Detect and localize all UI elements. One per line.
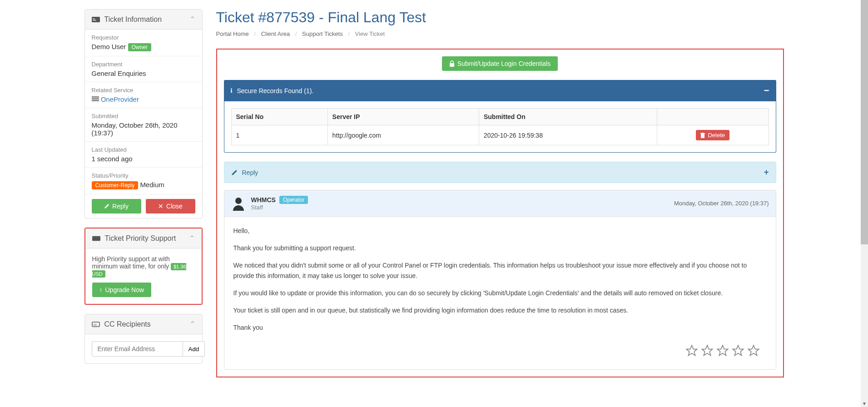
info-icon: i [231,87,233,94]
related-service-link[interactable]: OneProvider [101,95,139,103]
ticket-info-header[interactable]: Ticket Information ⌃ [85,10,202,30]
message-p2: Thank you for submitting a support reque… [233,243,767,254]
status-label: Status/Priority [92,172,195,179]
breadcrumb-current: View Ticket [355,30,385,37]
cc-title: CC Recipients [104,320,151,328]
rating-stars [233,340,767,361]
message: WHMCS Operator Staff Monday, October 26t… [224,190,776,370]
trash-icon [700,133,705,138]
message-date: Monday, October 26th, 2020 (19:37) [674,200,769,207]
message-p5: Your ticket is still open and in our que… [233,305,767,316]
priority-support-title: Ticket Priority Support [105,234,176,243]
svg-rect-12 [702,133,704,133]
breadcrumb: Portal Home / Client Area / Support Tick… [216,30,784,42]
pencil-icon [104,204,109,209]
breadcrumb-client[interactable]: Client Area [261,30,290,37]
priority-support-header[interactable]: Ticket Priority Support ⌃ [85,228,202,248]
related-label: Related Service [92,87,195,94]
owner-badge: Owner [128,43,151,51]
lock-icon [449,60,455,67]
secure-records-table: Serial No Server IP Submitted On 1 http:… [231,108,769,145]
reply-panel-header[interactable]: Reply + [224,162,776,183]
cc-recipients-panel: cc CC Recipients ⌃ Add [84,314,203,364]
submitted-label: Submitted [92,113,195,119]
col-serial: Serial No [231,109,327,125]
close-button[interactable]: ✕ Close [146,199,195,213]
svg-rect-3 [92,96,99,98]
secure-records-title: Secure Records Found (1). [237,87,313,94]
col-ip: Server IP [327,109,479,125]
message-author: WHMCS [251,196,276,204]
minus-icon[interactable]: − [764,85,769,96]
requestor-value: Demo User [92,43,126,50]
star-icon[interactable] [701,344,714,357]
cell-submitted: 2020-10-26 19:59:38 [479,125,657,145]
ticket-icon [92,235,100,242]
message-p3: We noticed that you didn't submit some o… [233,260,767,282]
priority-support-panel: Ticket Priority Support ⌃ High Priority … [84,228,203,305]
message-p6: Thank you [233,323,767,333]
department-value: General Enquiries [92,69,195,77]
x-icon: ✕ [158,203,164,210]
star-icon[interactable] [747,344,760,357]
svg-rect-9 [450,63,454,67]
ticket-info-panel: Ticket Information ⌃ Requestor Demo User… [84,9,203,218]
cc-add-button[interactable]: Add [183,341,205,357]
star-icon[interactable] [716,344,729,357]
chevron-up-icon: ⌃ [189,15,195,24]
submit-credentials-button[interactable]: Submit/Update Login Credentials [442,56,558,71]
cc-header[interactable]: cc CC Recipients ⌃ [85,314,202,334]
ticket-info-title: Ticket Information [104,15,162,24]
ticket-icon [92,16,100,23]
svg-rect-5 [92,100,99,101]
plus-icon[interactable]: + [764,168,769,177]
server-icon [92,96,99,102]
svg-rect-11 [700,133,705,134]
scrollbar[interactable]: ▼ [861,0,868,387]
main-content-box: Submit/Update Login Credentials i Secure… [216,49,784,377]
col-submitted: Submitted On [479,109,657,125]
chevron-up-icon: ⌃ [189,234,195,243]
svg-point-13 [235,198,242,204]
arrow-up-icon: ↑ [99,286,103,293]
svg-text:cc: cc [94,323,97,326]
delete-button[interactable]: Delete [696,130,729,140]
svg-rect-2 [93,20,96,20]
updated-label: Last Updated [92,146,195,153]
svg-rect-6 [92,236,100,241]
upgrade-button[interactable]: ↑ Upgrade Now [92,283,152,297]
cc-icon: cc [92,322,100,327]
svg-rect-10 [701,134,704,138]
chevron-up-icon: ⌃ [189,320,195,328]
star-icon[interactable] [685,344,698,357]
svg-rect-1 [93,18,95,19]
avatar-icon [231,196,246,211]
message-role: Staff [251,204,669,211]
page-title: Ticket #877539 - Final Lang Test [216,9,784,26]
updated-value: 1 second ago [92,155,195,163]
message-p1: Hello, [233,226,767,237]
reply-title: Reply [242,169,258,176]
submitted-value: Monday, October 26th, 2020 (19:37) [92,121,195,137]
svg-rect-4 [92,98,99,99]
scroll-thumb[interactable] [861,0,868,244]
cell-ip: http://google.com [327,125,479,145]
cell-serial: 1 [231,125,327,145]
reply-button[interactable]: Reply [92,199,141,213]
requestor-label: Requestor [92,34,195,41]
status-badge: Customer-Reply [92,181,139,189]
message-p4: If you would like to update or provide t… [233,288,767,299]
priority-text: High Priority support at with minimum wa… [92,255,171,270]
breadcrumb-tickets[interactable]: Support Tickets [302,30,343,37]
pencil-icon [231,169,238,176]
operator-badge: Operator [279,196,308,204]
svg-rect-0 [92,17,100,22]
table-row: 1 http://google.com 2020-10-26 19:59:38 … [231,125,769,145]
priority-value: Medium [140,181,164,189]
secure-records-header[interactable]: i Secure Records Found (1). − [224,80,776,101]
breadcrumb-portal[interactable]: Portal Home [216,30,249,37]
cc-email-input[interactable] [92,341,183,357]
department-label: Department [92,61,195,68]
star-icon[interactable] [732,344,744,357]
